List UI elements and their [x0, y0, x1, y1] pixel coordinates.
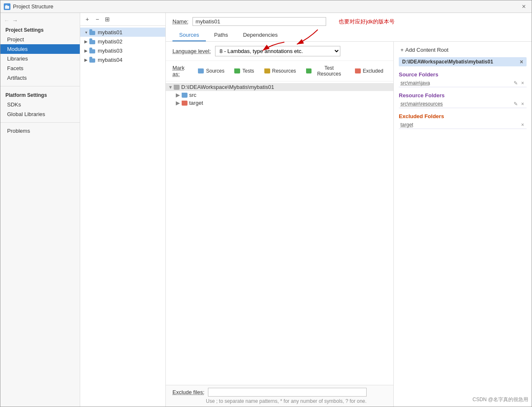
- test-resources-folder-icon: [306, 68, 312, 73]
- remove-module-button[interactable]: −: [93, 15, 102, 24]
- file-tree-root-path: D:\IDEAWorkspace\Mybatis\mybatis01: [181, 84, 274, 90]
- annotation-text: 也要对应好jdk的版本号: [339, 18, 395, 25]
- tabs: Sources Paths Dependencies: [172, 29, 525, 41]
- watermark: CSDN @名字真的很急用: [472, 396, 528, 403]
- sidebar-item-artifacts[interactable]: Artifacts: [0, 73, 80, 83]
- excluded-folder-icon: [355, 68, 361, 73]
- root-chevron-icon: ▾: [169, 84, 172, 90]
- target-chevron-icon: ▶: [176, 100, 180, 106]
- exclude-hint: Use ; to separate name patterns, * for a…: [172, 398, 387, 404]
- src-chevron-icon: ▶: [176, 92, 180, 98]
- chevron-icon: ▾: [83, 29, 89, 35]
- mark-tests-button[interactable]: Tests: [231, 67, 257, 75]
- content-body: Language level: 8 - Lambdas, type annota…: [166, 42, 532, 407]
- sidebar-item-label-facets: Facets: [7, 65, 23, 71]
- module-panel: + − ⊞ ▾ mybatis01 ▶ mybatis02: [80, 13, 166, 407]
- tab-sources[interactable]: Sources: [172, 29, 206, 41]
- sidebar-item-facets[interactable]: Facets: [0, 63, 80, 73]
- mark-excluded-button[interactable]: Excluded: [352, 67, 387, 75]
- sources-folder-icon: [198, 68, 204, 73]
- module-label-mybatis01: mybatis01: [98, 29, 122, 35]
- remove-source-folder-button[interactable]: ×: [520, 80, 525, 86]
- module-tree: ▾ mybatis01 ▶ mybatis02 ▶: [80, 26, 165, 407]
- mark-sources-button[interactable]: Sources: [195, 67, 228, 75]
- mark-as-row: Mark as: Sources Tests Resources: [166, 61, 393, 81]
- back-arrow[interactable]: ←: [4, 17, 10, 24]
- close-button[interactable]: ×: [519, 2, 528, 11]
- excluded-folders-section: Excluded Folders target ×: [399, 113, 527, 129]
- svg-rect-0: [5, 6, 9, 9]
- resources-folder-icon: [264, 68, 270, 73]
- module-item-mybatis03[interactable]: ▶ mybatis03: [80, 46, 165, 55]
- content-root-path-item[interactable]: D:\IDEAWorkspace\Mybatis\mybatis01 ×: [399, 57, 527, 66]
- chevron-icon: ▶: [83, 47, 89, 54]
- source-folder-path-0: src\main\java: [400, 80, 430, 86]
- tests-folder-icon: [234, 68, 240, 73]
- sidebar-item-label-global-libraries: Global Libraries: [7, 111, 45, 117]
- content-header: Name: 也要对应好jdk的版本号: [166, 13, 532, 42]
- sidebar: ← → Project Settings Project Modules Lib…: [0, 13, 80, 407]
- source-folders-title: Source Folders: [399, 71, 527, 78]
- content-root-path-text: D:\IDEAWorkspace\Mybatis\mybatis01: [402, 59, 493, 65]
- red-arrow-tabs: [259, 40, 293, 57]
- edit-resource-folder-button[interactable]: ✎: [513, 101, 519, 107]
- mark-test-resources-button[interactable]: Test Resources: [303, 64, 348, 78]
- module-label-mybatis02: mybatis02: [98, 38, 122, 45]
- forward-arrow[interactable]: →: [12, 17, 18, 24]
- copy-module-button[interactable]: ⊞: [103, 15, 112, 24]
- exclude-files-input[interactable]: [208, 388, 367, 397]
- module-toolbar: + − ⊞: [80, 13, 165, 26]
- name-input[interactable]: [193, 17, 326, 26]
- module-item-mybatis01[interactable]: ▾ mybatis01: [80, 28, 165, 37]
- source-folder-actions-0: ✎ ×: [513, 80, 525, 86]
- exclude-files-row: Exclude files:: [172, 388, 387, 397]
- bottom-bar: Exclude files: Use ; to separate name pa…: [166, 385, 393, 407]
- remove-content-root-button[interactable]: ×: [520, 58, 523, 65]
- chevron-icon: ▶: [83, 38, 89, 45]
- file-tree-root[interactable]: ▾ D:\IDEAWorkspace\Mybatis\mybatis01: [166, 83, 393, 91]
- resource-folders-title: Resource Folders: [399, 92, 527, 99]
- file-tree-src-label: src: [189, 92, 196, 98]
- mark-resources-button[interactable]: Resources: [261, 67, 299, 75]
- folder-icon: [89, 29, 96, 35]
- sidebar-item-label-artifacts: Artifacts: [7, 75, 27, 81]
- file-tree-src[interactable]: ▶ src: [166, 91, 393, 99]
- add-module-button[interactable]: +: [83, 15, 92, 24]
- resource-folder-entry-0: src\main\resources ✎ ×: [399, 100, 527, 108]
- file-tree-target[interactable]: ▶ target: [166, 99, 393, 107]
- module-item-mybatis04[interactable]: ▶ mybatis04: [80, 55, 165, 64]
- mark-as-label: Mark as:: [172, 65, 191, 77]
- folder-icon: [89, 57, 96, 63]
- sidebar-divider: [0, 86, 80, 86]
- app-icon: [4, 3, 10, 10]
- platform-settings-title: Platform Settings: [0, 90, 80, 100]
- tab-dependencies[interactable]: Dependencies: [236, 29, 284, 41]
- language-level-label: Language level:: [172, 48, 211, 54]
- sidebar-item-label-project: Project: [7, 36, 24, 43]
- add-content-root-button[interactable]: + Add Content Root: [399, 46, 527, 54]
- module-label-mybatis03: mybatis03: [98, 48, 122, 54]
- sidebar-item-project[interactable]: Project: [0, 35, 80, 44]
- sidebar-item-global-libraries[interactable]: Global Libraries: [0, 109, 80, 119]
- right-pane: + Add Content Root D:\IDEAWorkspace\Myba…: [394, 42, 532, 407]
- excluded-folder-actions-0: ×: [520, 122, 525, 128]
- remove-resource-folder-button[interactable]: ×: [520, 101, 525, 107]
- tab-paths[interactable]: Paths: [208, 29, 235, 41]
- sidebar-item-modules[interactable]: Modules: [0, 44, 80, 54]
- module-item-mybatis02[interactable]: ▶ mybatis02: [80, 37, 165, 46]
- nav-arrows: ← →: [0, 16, 80, 25]
- add-content-root-icon: +: [400, 47, 404, 53]
- source-folders-section: Source Folders src\main\java ✎ ×: [399, 71, 527, 87]
- resource-folder-actions-0: ✎ ×: [513, 101, 525, 107]
- target-folder-icon: [182, 101, 187, 106]
- edit-source-folder-button[interactable]: ✎: [513, 80, 519, 86]
- window-title: Project Structure: [13, 3, 53, 10]
- folder-icon: [89, 38, 96, 44]
- remove-excluded-folder-button[interactable]: ×: [520, 122, 525, 128]
- root-folder-icon: [174, 85, 180, 90]
- sidebar-item-sdks[interactable]: SDKs: [0, 100, 80, 109]
- sidebar-item-libraries[interactable]: Libraries: [0, 54, 80, 63]
- excluded-folders-title: Excluded Folders: [399, 113, 527, 119]
- resource-folder-path-0: src\main\resources: [400, 101, 443, 107]
- sidebar-item-problems[interactable]: Problems: [0, 126, 80, 136]
